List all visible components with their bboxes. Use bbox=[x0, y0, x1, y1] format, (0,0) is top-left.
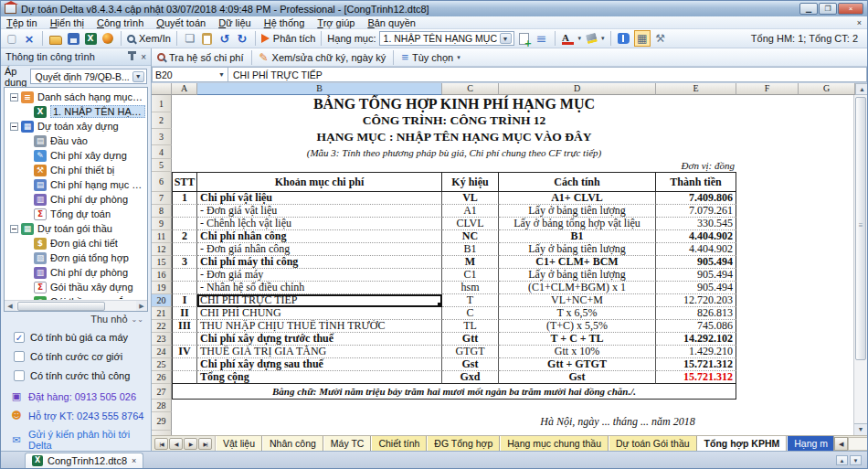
cell-D26[interactable]: Gst bbox=[499, 371, 656, 384]
cell-E24[interactable]: 1.429.210 bbox=[656, 346, 736, 358]
layers-icon[interactable] bbox=[535, 31, 549, 46]
row-header-23[interactable]: 23 bbox=[152, 333, 172, 346]
open-file-icon[interactable] bbox=[49, 36, 62, 45]
cell-A25[interactable] bbox=[172, 358, 197, 371]
cell-D15[interactable]: C1+ CLM+ BCM bbox=[499, 256, 656, 269]
cell-C24[interactable]: GTGT bbox=[442, 346, 499, 358]
header-cell-ky[interactable]: Ký hiệu bbox=[442, 172, 499, 192]
panel-close-icon[interactable]: × bbox=[141, 52, 146, 62]
checkbox-icon[interactable] bbox=[14, 370, 25, 381]
cell-B22[interactable]: THU NHẬP CHỊU THUẾ TÍNH TRƯỚC bbox=[197, 320, 442, 333]
sheet-tab--g-t-ng-h-p[interactable]: ĐG Tổng hợp bbox=[427, 436, 500, 451]
fill-color-icon[interactable] bbox=[585, 33, 597, 45]
menu-dữ-liệu[interactable]: Dữ liệu bbox=[218, 17, 251, 28]
cell-A11[interactable]: 2 bbox=[172, 230, 197, 243]
col-header-E[interactable]: E bbox=[656, 83, 736, 95]
formula-input[interactable]: CHI PHÍ TRỰC TIẾP bbox=[228, 67, 867, 82]
cell-A22[interactable]: III bbox=[172, 320, 197, 333]
sheet-tab-v-t-li-u[interactable]: Vật liệu bbox=[216, 436, 262, 451]
col-header-D[interactable]: D bbox=[499, 83, 656, 95]
coefficient-lookup-button[interactable]: Tra hệ số chi phí bbox=[157, 52, 244, 63]
row-header-29[interactable]: 29 bbox=[152, 412, 172, 431]
cell-B26[interactable]: Tổng cộng bbox=[197, 371, 442, 384]
scrollbar-thumb[interactable] bbox=[855, 97, 866, 360]
cell-E23[interactable]: 14.292.102 bbox=[656, 333, 736, 346]
cell-D20[interactable]: VL+NC+M bbox=[499, 294, 656, 307]
cell-D12[interactable]: Lấy ở bảng tiên lượng bbox=[499, 243, 656, 256]
cell-E20[interactable]: 12.720.203 bbox=[656, 294, 736, 307]
header-cell-stt[interactable]: STT bbox=[172, 172, 197, 192]
cell-bang-chu[interactable]: Bằng chữ: Mười năm triệu bảy trăm hai mư… bbox=[172, 384, 736, 400]
cell-C19[interactable]: hsm bbox=[442, 282, 499, 294]
row-header-blank[interactable] bbox=[152, 431, 172, 435]
menu-hệ-thống[interactable]: Hệ thống bbox=[264, 17, 305, 28]
row-header-4[interactable]: 4 bbox=[152, 145, 172, 159]
row-header-12[interactable]: 12 bbox=[152, 243, 172, 256]
last-sheet-icon[interactable]: ▶| bbox=[198, 438, 212, 450]
grid-view-icon[interactable] bbox=[634, 30, 651, 47]
cell-B11[interactable]: Chi phí nhân công bbox=[197, 230, 442, 243]
cell-B9[interactable]: - Chênh lệch vật liệu bbox=[197, 218, 442, 230]
cell-E8[interactable]: 7.079.261 bbox=[656, 205, 736, 218]
cell-A9[interactable] bbox=[172, 218, 197, 230]
row-header-20[interactable]: 20 bbox=[152, 294, 172, 307]
cell-A8[interactable] bbox=[172, 205, 197, 218]
next-sheet-icon[interactable]: ▶ bbox=[184, 438, 197, 450]
row-header-2[interactable]: 2 bbox=[152, 112, 172, 129]
cell-D24[interactable]: Gtt x 10% bbox=[499, 346, 656, 358]
tools-icon[interactable] bbox=[653, 31, 668, 46]
cell-A21[interactable]: II bbox=[172, 307, 197, 320]
ap-dung-dropdown[interactable]: Quyết định 79/QĐ-B... ▼ bbox=[30, 69, 146, 84]
scroll-left-icon[interactable]: ◀ bbox=[5, 301, 16, 312]
name-box[interactable]: B20 ▼ bbox=[152, 67, 228, 82]
scroll-up-icon[interactable]: ▲ bbox=[836, 455, 848, 465]
link-cart[interactable]: ▣Đặt hàng: 0913 505 026 bbox=[10, 390, 151, 402]
cell-C7[interactable]: VL bbox=[442, 192, 499, 205]
scroll-down-icon[interactable]: ▼ bbox=[854, 423, 867, 435]
sheet-tab-d-to-n-g-i-th-u[interactable]: Dự toán Gói thầu bbox=[609, 436, 697, 451]
pin-icon[interactable] bbox=[131, 53, 133, 60]
menu-trợ-giúp[interactable]: Trợ giúp bbox=[317, 17, 355, 28]
cell-B20[interactable]: CHI PHÍ TRỰC TIẾP bbox=[197, 294, 442, 307]
row-header-25[interactable]: 25 bbox=[152, 358, 172, 371]
row-header-24[interactable]: 24 bbox=[152, 346, 172, 358]
cell-D21[interactable]: T x 6,5% bbox=[499, 307, 656, 320]
cell-D19[interactable]: (C1+CLM+BGM) x 1 bbox=[499, 282, 656, 294]
cell-B12[interactable]: - Đơn giá nhân công bbox=[197, 243, 442, 256]
cell-D8[interactable]: Lấy ở bảng tiên lượng bbox=[499, 205, 656, 218]
hang-muc-dropdown[interactable]: 1. NHẬP TÊN HẠNG MỤC VÀ... ▼ bbox=[379, 31, 514, 46]
link-support[interactable]: ☻Hỗ trợ KT: 0243 555 8764 bbox=[10, 410, 151, 421]
tree-item--n-gi-t-ng-h-p[interactable]: ▧Đơn giá tổng hợp bbox=[5, 250, 147, 265]
first-sheet-icon[interactable]: |◀ bbox=[154, 438, 168, 450]
cell-B15[interactable]: Chi phí máy thi công bbox=[197, 256, 442, 269]
scroll-left-icon[interactable]: ◀ bbox=[834, 437, 848, 451]
checkbox-c-t-nh-c-c-th-c-ng[interactable]: Có tính cước thủ công bbox=[14, 370, 151, 381]
cell-C16[interactable]: C1 bbox=[442, 269, 499, 282]
cell-B21[interactable]: CHI PHÍ CHUNG bbox=[197, 307, 442, 320]
save-icon[interactable] bbox=[68, 33, 79, 45]
cell-A24[interactable]: IV bbox=[172, 346, 197, 358]
select-all-corner[interactable] bbox=[152, 83, 172, 95]
row-header-15[interactable]: 15 bbox=[152, 256, 172, 269]
sheet-tab-chi-t-t-nh[interactable]: Chiết tính bbox=[371, 436, 427, 451]
tree-expand-icon[interactable] bbox=[10, 225, 18, 233]
row-header-27[interactable]: 27 bbox=[152, 384, 172, 400]
tree-item-d-to-n-x-y-d-ng[interactable]: ▦Dự toán xây dựng bbox=[5, 119, 147, 133]
menu-bản-quyền[interactable]: Bản quyền bbox=[367, 17, 416, 28]
mdi-close-icon[interactable]: × bbox=[857, 18, 862, 27]
scroll-up-icon[interactable]: ▲ bbox=[855, 83, 868, 95]
cell-A20[interactable]: I bbox=[172, 294, 197, 307]
name-box-arrow-icon[interactable]: ▼ bbox=[218, 71, 225, 78]
tree-expand-icon[interactable] bbox=[10, 123, 18, 131]
book-icon[interactable] bbox=[618, 33, 630, 44]
sheet-tab-h-ng-m-c-chung-th-u[interactable]: Hạng mục chung thầu bbox=[500, 436, 609, 451]
row-header-3[interactable]: 3 bbox=[152, 129, 172, 145]
tree-item-chi-ph-x-y-d-ng[interactable]: ✎Chi phí xây dựng bbox=[5, 148, 147, 163]
cell-B25[interactable]: Chi phí xây dựng sau thuế bbox=[197, 358, 442, 371]
tree-item-t-ng-d-to-n[interactable]: ΣTổng dự toán bbox=[5, 207, 147, 221]
signature-button[interactable]: ✎ Xem/sửa chữ ký, ngày ký bbox=[259, 51, 386, 64]
cell-D25[interactable]: Gtt + GTGT bbox=[499, 358, 656, 371]
sheet-tab-m-y-tc[interactable]: Máy TC bbox=[323, 436, 372, 451]
cell-B16[interactable]: - Đơn giá máy bbox=[197, 269, 442, 282]
col-header-G[interactable]: G bbox=[799, 83, 855, 95]
